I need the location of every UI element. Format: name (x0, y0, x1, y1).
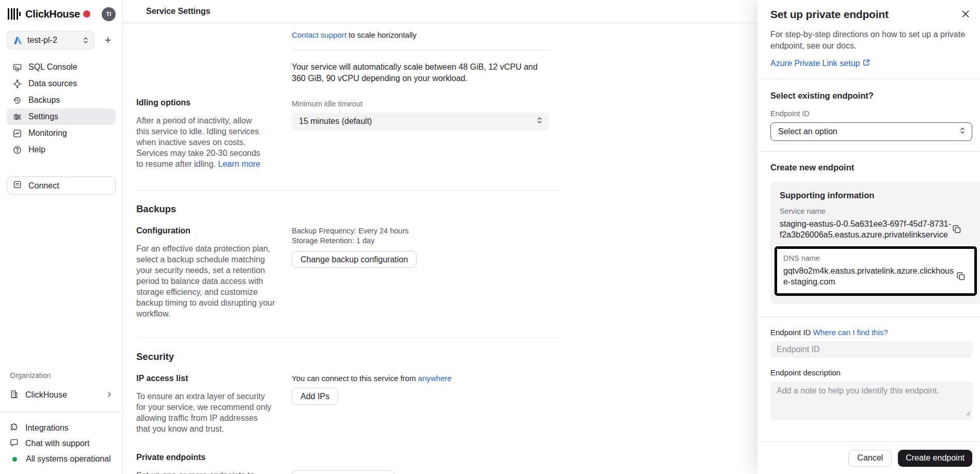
external-link-icon (863, 59, 870, 68)
chat-support-item[interactable]: Chat with support (10, 436, 113, 451)
status-green-dot-icon (12, 457, 17, 462)
app-screen: ClickHouse TI test-pl-2 + (0, 0, 980, 474)
endpoint-id-row: Endpoint ID Where can I find this? (770, 328, 972, 337)
sidebar-item-settings[interactable]: Settings (7, 108, 116, 125)
auto-scale-text: Your service will automatically scale be… (292, 61, 545, 84)
sidebar-item-label: SQL Console (28, 62, 77, 72)
data-sources-icon (12, 80, 22, 88)
add-ips-button[interactable]: Add IPs (292, 388, 338, 405)
contact-support-row: Contact support to scale horizontally (292, 30, 559, 39)
contact-support-link[interactable]: Contact support (292, 30, 346, 39)
service-name-label: Service name (780, 207, 980, 215)
divider (136, 338, 559, 338)
private-endpoints-description: Set up one or more endpoints to connect … (136, 470, 278, 474)
avatar[interactable]: TI (102, 7, 116, 21)
copy-icon[interactable] (956, 271, 966, 281)
service-selector[interactable]: test-pl-2 (7, 31, 94, 50)
dns-name-value: gqtv8o2m4k.eastus.privatelink.azure.clic… (783, 265, 956, 287)
endpoint-id-select[interactable]: Select an option (770, 122, 972, 141)
private-endpoints-heading: Private endpoints (136, 453, 292, 462)
sidebar-item-backups[interactable]: Backups (7, 92, 116, 108)
azure-docs-row: Azure Private Link setup (770, 59, 972, 68)
connect-button[interactable]: Connect (7, 177, 116, 195)
service-selector-row: test-pl-2 + (7, 31, 116, 50)
sidebar-nav: SQL Console Data sources Backups Setting… (7, 59, 116, 158)
organization-item[interactable]: ClickHouse (7, 387, 116, 403)
chevron-updown-icon (959, 127, 966, 136)
dns-name-highlight-box: DNS name gqtv8o2m4k.eastus.privatelink.a… (774, 246, 977, 296)
help-icon (12, 146, 22, 154)
backups-heading: Backups (136, 203, 559, 215)
building-icon (10, 390, 19, 401)
change-backup-button[interactable]: Change backup configuration (292, 251, 417, 268)
close-icon[interactable] (961, 10, 970, 20)
endpoint-id-select-value: Select an option (778, 127, 837, 136)
terminal-icon (12, 63, 22, 72)
endpoint-description-textarea[interactable] (770, 382, 972, 420)
sidebar-item-label: Help (28, 145, 45, 154)
drawer-title: Set up private endpoint (770, 8, 889, 21)
system-status-item[interactable]: All systems operational (10, 451, 113, 467)
service-name-value: staging-eastus-0-0.5a631ee3-697f-45d7-87… (780, 218, 952, 240)
history-icon (12, 96, 22, 105)
brand-name: ClickHouse (25, 8, 80, 20)
organization-block: Organization ClickHouse (7, 371, 116, 403)
chevron-updown-icon (536, 117, 543, 126)
service-name: test-pl-2 (27, 36, 77, 45)
environment-dot-icon (83, 10, 90, 18)
add-service-button[interactable]: + (100, 33, 116, 48)
sidebar: ClickHouse TI test-pl-2 + (0, 0, 123, 474)
sidebar-item-monitoring[interactable]: Monitoring (7, 125, 116, 141)
connect-label: Connect (28, 181, 59, 191)
divider (757, 78, 980, 79)
idle-timeout-select[interactable]: 15 minutes (default) (292, 113, 549, 130)
setup-private-endpoint-button[interactable]: Set up private endpoint (292, 470, 394, 474)
existing-endpoint-id-label: Endpoint ID (770, 109, 972, 118)
sidebar-item-help[interactable]: Help (7, 141, 116, 158)
divider (757, 151, 980, 152)
sidebar-item-data-sources[interactable]: Data sources (7, 75, 116, 92)
settings-content: Contact support to scale horizontally Yo… (123, 30, 559, 474)
chevron-right-icon (106, 390, 113, 400)
anywhere-link[interactable]: anywhere (418, 374, 452, 383)
where-find-link[interactable]: Where can I find this? (813, 328, 888, 337)
system-status-label: All systems operational (26, 454, 111, 464)
drawer-body: Set up private endpoint For step-by-step… (757, 0, 980, 441)
contact-support-rest: to scale horizontally (346, 30, 417, 39)
configuration-heading: Configuration (136, 226, 292, 235)
supporting-info-heading: Supporting information (780, 191, 980, 200)
idle-timeout-label: Minimum idle timeout (292, 100, 559, 108)
idling-heading: Idling options (136, 98, 292, 107)
endpoint-id-label: Endpoint ID (770, 328, 813, 337)
idling-description: After a period of inactivity, allow this… (136, 115, 266, 169)
chart-icon (12, 129, 22, 138)
divider (757, 317, 980, 317)
security-heading: Security (136, 351, 559, 362)
drawer-footer: Cancel Create endpoint (757, 441, 980, 474)
learn-more-link[interactable]: Learn more (218, 160, 260, 168)
drawer-intro: For step-by-step directions on how to se… (770, 29, 969, 52)
sidebar-item-sql-console[interactable]: SQL Console (7, 59, 116, 75)
supporting-info-card: Supporting information Service name stag… (770, 182, 980, 304)
endpoint-id-input[interactable] (770, 341, 972, 358)
endpoint-description-label: Endpoint description (770, 368, 972, 377)
organization-label: Organization (10, 371, 116, 380)
chat-bubble-icon (10, 438, 19, 449)
create-new-heading: Create new endpoint (770, 163, 972, 172)
integrations-label: Integrations (25, 423, 69, 433)
azure-private-link[interactable]: Azure Private Link setup (770, 59, 860, 68)
clickhouse-logo-icon (8, 8, 21, 20)
configuration-description: For an effective data protection plan, s… (136, 243, 277, 319)
integrations-item[interactable]: Integrations (10, 420, 113, 436)
page-title: Service Settings (146, 7, 211, 16)
cancel-button[interactable]: Cancel (848, 450, 892, 467)
connect-icon (13, 180, 22, 191)
sidebar-item-label: Data sources (28, 79, 77, 88)
resize-handle-icon[interactable] (965, 408, 970, 418)
connect-from-text: You can connect to this service from any… (292, 374, 559, 383)
create-endpoint-button[interactable]: Create endpoint (898, 450, 972, 467)
backup-config-section: Configuration For an effective data prot… (136, 226, 559, 319)
chat-support-label: Chat with support (25, 439, 90, 448)
copy-icon[interactable] (952, 224, 962, 234)
idle-timeout-value: 15 minutes (default) (299, 117, 372, 126)
